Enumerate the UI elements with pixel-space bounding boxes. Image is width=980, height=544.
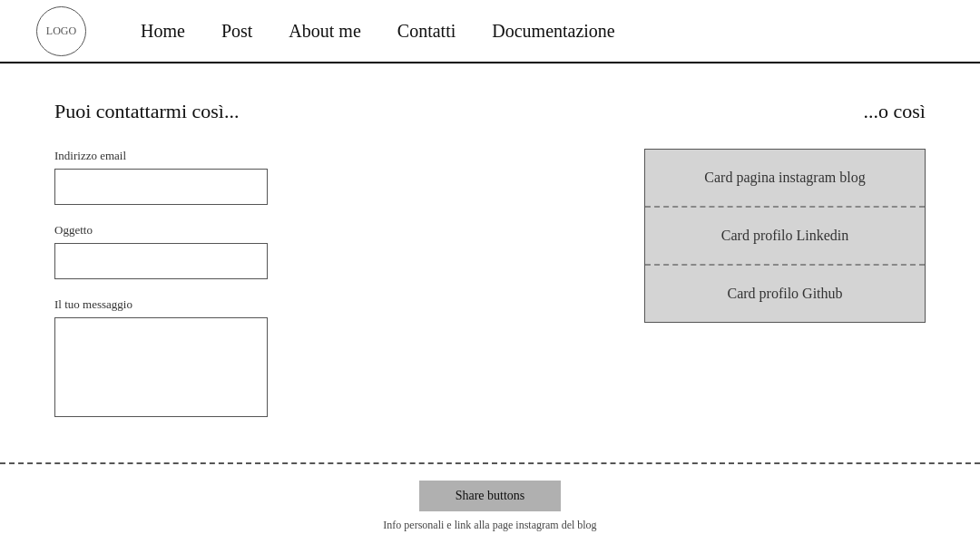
cards-container: Card pagina instagram blog Card profilo … [644, 149, 926, 323]
share-button[interactable]: Share buttons [419, 481, 562, 511]
email-label: Indirizzo email [54, 149, 599, 163]
messaggio-group: Il tuo messaggio [54, 297, 599, 417]
oggetto-label: Oggetto [54, 223, 599, 238]
contact-form-section: Puoi contattarmi così... Indirizzo email… [54, 100, 635, 435]
left-section-title: Puoi contattarmi così... [54, 100, 599, 123]
oggetto-group: Oggetto [54, 223, 599, 279]
card-github[interactable]: Card profilo Github [645, 266, 925, 322]
nav-about[interactable]: About me [289, 21, 360, 42]
header: LOGO Home Post About me Contatti Documen… [0, 0, 980, 63]
email-group: Indirizzo email [54, 149, 599, 205]
nav-documentazione[interactable]: Documentazione [492, 21, 615, 42]
right-section-title: ...o così [864, 100, 926, 123]
card-instagram[interactable]: Card pagina instagram blog [645, 150, 925, 206]
social-cards-section: ...o così Card pagina instagram blog Car… [635, 100, 926, 435]
logo-label: LOGO [46, 24, 76, 38]
card-linkedin[interactable]: Card profilo Linkedin [645, 208, 925, 264]
footer: Share buttons Info personali e link alla… [0, 464, 980, 544]
logo[interactable]: LOGO [36, 6, 86, 56]
nav-post[interactable]: Post [221, 21, 252, 42]
email-input[interactable] [54, 169, 268, 205]
main-content: Puoi contattarmi così... Indirizzo email… [0, 63, 980, 462]
messaggio-label: Il tuo messaggio [54, 297, 599, 312]
messaggio-textarea[interactable] [54, 317, 268, 417]
footer-info: Info personali e link alla page instagra… [383, 519, 596, 532]
oggetto-input[interactable] [54, 243, 268, 279]
nav-contatti[interactable]: Contatti [397, 21, 456, 42]
nav-home[interactable]: Home [141, 21, 185, 42]
nav: Home Post About me Contatti Documentazio… [141, 21, 615, 42]
